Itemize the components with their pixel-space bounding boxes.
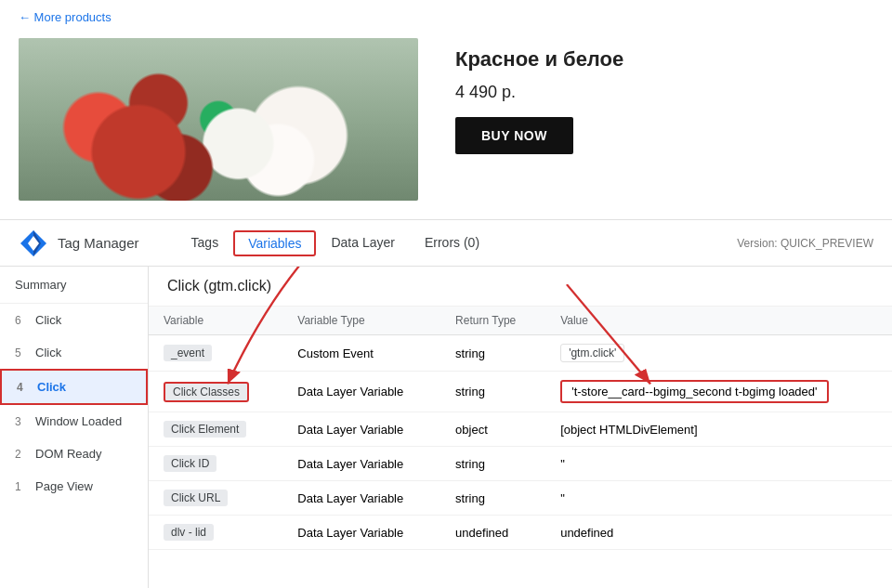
table-row: dlv - lid Data Layer Variable undefined … [149, 516, 892, 550]
product-info: Красное и белое 4 490 р. BUY NOW [455, 38, 623, 154]
var-type-cell: Data Layer Variable [282, 516, 440, 550]
sidebar-number-2: 2 [15, 448, 28, 461]
flower-decoration [19, 38, 418, 201]
gtm-header: Tag Manager Tags Variables Data Layer Er… [0, 220, 892, 267]
product-price: 4 490 р. [455, 83, 623, 102]
col-header-type: Variable Type [282, 307, 440, 335]
nav-tags[interactable]: Tags [177, 220, 234, 266]
var-name-cell: Click Classes [149, 372, 282, 412]
col-header-return: Return Type [440, 307, 545, 335]
variables-table: Variable Variable Type Return Type Value… [149, 307, 892, 550]
product-content: Красное и белое 4 490 р. BUY NOW [19, 38, 873, 219]
sidebar-item-5[interactable]: 5 Click [0, 336, 148, 369]
sidebar-number-3: 3 [15, 415, 28, 428]
var-name-cell: Click ID [149, 447, 282, 481]
value-cell: [object HTMLDivElement] [545, 412, 892, 447]
sidebar-number-5: 5 [15, 346, 28, 359]
sidebar-item-1[interactable]: 1 Page View [0, 470, 148, 503]
var-badge-click-classes: Click Classes [164, 382, 249, 402]
var-badge-event: _event [164, 345, 212, 361]
col-header-value: Value [545, 307, 892, 335]
table-row: _event Custom Event string 'gtm.click' [149, 335, 892, 372]
nav-variables[interactable]: Variables [233, 230, 316, 256]
product-area: ← More products Красное и белое 4 490 р.… [0, 0, 892, 219]
var-badge-click-element: Click Element [164, 421, 246, 438]
value-cell: undefined [545, 516, 892, 550]
table-container: Variable Variable Type Return Type Value… [149, 307, 892, 550]
sidebar-summary[interactable]: Summary [0, 267, 148, 304]
sidebar-item-3[interactable]: 3 Window Loaded [0, 405, 148, 438]
table-row: Click Classes Data Layer Variable string… [149, 372, 892, 412]
gtm-logo-icon [19, 229, 48, 258]
var-badge-click-id: Click ID [164, 455, 216, 472]
value-cell: " [545, 447, 892, 481]
back-link[interactable]: ← More products [19, 10, 112, 24]
gtm-body: Summary 6 Click 5 Click 4 Click 3 Window… [0, 267, 892, 588]
return-type-cell: undefined [440, 516, 545, 550]
sidebar-number-6: 6 [15, 314, 28, 327]
sidebar-label-3: Window Loaded [35, 414, 122, 428]
sidebar-label-4: Click [37, 380, 66, 394]
gtm-panel: Tag Manager Tags Variables Data Layer Er… [0, 219, 892, 588]
return-type-cell: string [440, 447, 545, 481]
var-type-cell: Data Layer Variable [282, 372, 440, 412]
sidebar-label-5: Click [35, 346, 61, 359]
var-type-cell: Data Layer Variable [282, 412, 440, 447]
value-cell-highlighted: 't-store__card--bgimg_second t-bgimg loa… [545, 372, 892, 412]
sidebar-label-6: Click [35, 313, 61, 327]
sidebar-item-4[interactable]: 4 Click [0, 369, 148, 405]
sidebar-item-6[interactable]: 6 Click [0, 304, 148, 336]
gtm-nav: Tags Variables Data Layer Errors (0) [177, 220, 495, 266]
sidebar-item-2[interactable]: 2 DOM Ready [0, 438, 148, 470]
value-cell: " [545, 481, 892, 516]
var-name-cell: dlv - lid [149, 516, 282, 550]
var-name-cell: Click URL [149, 481, 282, 516]
var-type-cell: Data Layer Variable [282, 481, 440, 516]
gtm-version: Version: QUICK_PREVIEW [737, 237, 873, 250]
buy-now-button[interactable]: BUY NOW [455, 117, 573, 154]
var-type-cell: Custom Event [282, 335, 440, 372]
var-badge-dlv-lid: dlv - lid [164, 524, 214, 541]
gtm-main: Click (gtm.click) Variable Variable Type… [149, 267, 892, 588]
col-header-variable: Variable [149, 307, 282, 335]
var-type-cell: Data Layer Variable [282, 447, 440, 481]
return-type-cell: string [440, 335, 545, 372]
table-row: Click URL Data Layer Variable string " [149, 481, 892, 516]
value-click-classes: 't-store__card--bgimg_second t-bgimg loa… [560, 380, 828, 403]
var-badge-click-url: Click URL [164, 490, 228, 506]
table-row: Click Element Data Layer Variable object… [149, 412, 892, 447]
value-cell: 'gtm.click' [545, 335, 892, 372]
nav-datalayer[interactable]: Data Layer [316, 220, 409, 266]
return-type-cell: string [440, 481, 545, 516]
section-title: Click (gtm.click) [149, 267, 892, 307]
gtm-logo: Tag Manager [19, 229, 139, 258]
var-name-cell: _event [149, 335, 282, 372]
sidebar-label-1: Page View [35, 479, 93, 493]
return-type-cell: string [440, 372, 545, 412]
value-event: 'gtm.click' [560, 344, 624, 362]
gtm-sidebar: Summary 6 Click 5 Click 4 Click 3 Window… [0, 267, 149, 588]
table-row: Click ID Data Layer Variable string " [149, 447, 892, 481]
nav-errors[interactable]: Errors (0) [410, 220, 494, 266]
sidebar-label-2: DOM Ready [35, 447, 102, 461]
product-title: Красное и белое [455, 47, 623, 72]
gtm-logo-text: Tag Manager [58, 235, 139, 251]
sidebar-number-4: 4 [17, 381, 30, 394]
var-name-cell: Click Element [149, 412, 282, 447]
return-type-cell: object [440, 412, 545, 447]
sidebar-number-1: 1 [15, 480, 28, 493]
product-image [19, 38, 418, 201]
